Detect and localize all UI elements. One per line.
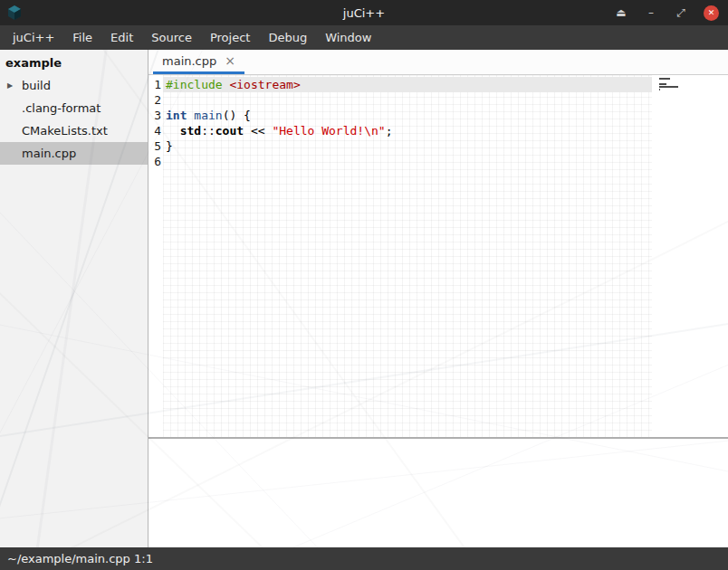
line-number-6: 6 bbox=[148, 154, 163, 169]
code-token: "Hello World!\n" bbox=[272, 124, 385, 138]
tree-item-label: build bbox=[22, 79, 51, 92]
tab-label: main.cpp bbox=[162, 54, 216, 68]
code-token bbox=[166, 124, 180, 138]
tab-close-icon[interactable]: × bbox=[225, 53, 235, 68]
minimap-line bbox=[659, 83, 666, 85]
menu-item-juci[interactable]: juCi++ bbox=[4, 25, 63, 50]
title-bar: juCi++ ⏏–⤢✕ bbox=[0, 0, 728, 25]
window-controls: ⏏–⤢✕ bbox=[614, 0, 719, 25]
code-line-1[interactable]: #include <iostream> bbox=[163, 77, 652, 92]
code-line-2[interactable] bbox=[163, 92, 652, 108]
tree-item-main-cpp[interactable]: main.cpp bbox=[0, 142, 148, 165]
tree-item-clang-format[interactable]: .clang-format bbox=[0, 97, 148, 119]
line-number-4: 4 bbox=[148, 123, 163, 138]
file-tree: ▶build.clang-formatCMakeLists.txtmain.cp… bbox=[0, 74, 148, 165]
code-text-area[interactable]: #include <iostream>int main() { std::cou… bbox=[163, 75, 652, 437]
line-number-3: 3 bbox=[148, 108, 163, 123]
expander-icon[interactable]: ▶ bbox=[7, 81, 13, 90]
status-bar: ~/example/main.cpp 1:1 bbox=[0, 547, 728, 570]
menu-item-source[interactable]: Source bbox=[142, 25, 201, 50]
code-token: cout bbox=[216, 124, 244, 138]
menu-item-edit[interactable]: Edit bbox=[101, 25, 142, 50]
app-icon bbox=[6, 5, 23, 21]
code-token: main bbox=[194, 109, 222, 122]
keep-above-button[interactable]: ⏏ bbox=[614, 5, 628, 20]
code-editor[interactable]: 123456 #include <iostream>int main() { s… bbox=[148, 75, 728, 437]
tree-item-cmakelists-txt[interactable]: CMakeLists.txt bbox=[0, 119, 148, 142]
menu-bar: juCi++FileEditSourceProjectDebugWindow bbox=[0, 25, 728, 50]
file-tree-panel: example ▶build.clang-formatCMakeLists.tx… bbox=[0, 50, 148, 547]
editor-column: main.cpp × 123456 #include <iostream>int… bbox=[148, 50, 728, 547]
code-token: } bbox=[166, 139, 173, 153]
source-minimap[interactable] bbox=[659, 78, 683, 94]
minimap-line bbox=[659, 78, 670, 80]
code-token: std bbox=[180, 124, 201, 138]
tree-item-build[interactable]: ▶build bbox=[0, 74, 148, 97]
close-icon: ✕ bbox=[708, 9, 715, 17]
code-line-5[interactable]: } bbox=[163, 138, 652, 154]
menu-item-debug[interactable]: Debug bbox=[259, 25, 316, 50]
code-token: << bbox=[244, 124, 272, 138]
tree-item-label: main.cpp bbox=[22, 147, 76, 160]
minimap-line bbox=[659, 89, 660, 90]
status-file-location: ~/example/main.cpp 1:1 bbox=[7, 552, 153, 565]
menu-item-project[interactable]: Project bbox=[201, 25, 259, 50]
code-token: int bbox=[166, 109, 187, 122]
line-number-gutter: 123456 bbox=[148, 75, 163, 437]
line-number-2: 2 bbox=[148, 92, 163, 108]
tab-main-cpp[interactable]: main.cpp × bbox=[153, 50, 244, 74]
output-panel[interactable] bbox=[148, 439, 728, 547]
menu-item-window[interactable]: Window bbox=[316, 25, 380, 50]
line-number-1: 1 bbox=[148, 77, 163, 92]
tab-bar: main.cpp × bbox=[148, 50, 728, 75]
content-area: example ▶build.clang-formatCMakeLists.tx… bbox=[0, 50, 728, 547]
line-number-5: 5 bbox=[148, 138, 163, 154]
code-token: :: bbox=[201, 124, 216, 138]
code-token: #include bbox=[166, 78, 223, 91]
minimize-icon: – bbox=[648, 7, 654, 18]
minimize-button[interactable]: – bbox=[644, 5, 658, 20]
code-token: ; bbox=[386, 124, 393, 138]
eject-icon: ⏏ bbox=[616, 7, 626, 18]
code-token: <iostream> bbox=[229, 78, 300, 91]
project-root-label[interactable]: example bbox=[0, 50, 148, 74]
close-button[interactable]: ✕ bbox=[704, 5, 719, 21]
app-window: juCi++ ⏏–⤢✕ juCi++FileEditSourceProjectD… bbox=[0, 0, 728, 570]
maximize-icon: ⤢ bbox=[676, 7, 685, 18]
tree-item-label: .clang-format bbox=[22, 101, 101, 115]
minimap-line bbox=[659, 86, 678, 88]
maximize-button[interactable]: ⤢ bbox=[674, 5, 688, 20]
code-line-3[interactable]: int main() { bbox=[163, 108, 652, 123]
code-line-4[interactable]: std::cout << "Hello World!\n"; bbox=[163, 123, 652, 138]
tree-item-label: CMakeLists.txt bbox=[22, 124, 108, 138]
code-line-6[interactable] bbox=[163, 154, 652, 169]
code-token: () { bbox=[223, 109, 251, 122]
menu-item-file[interactable]: File bbox=[63, 25, 101, 50]
